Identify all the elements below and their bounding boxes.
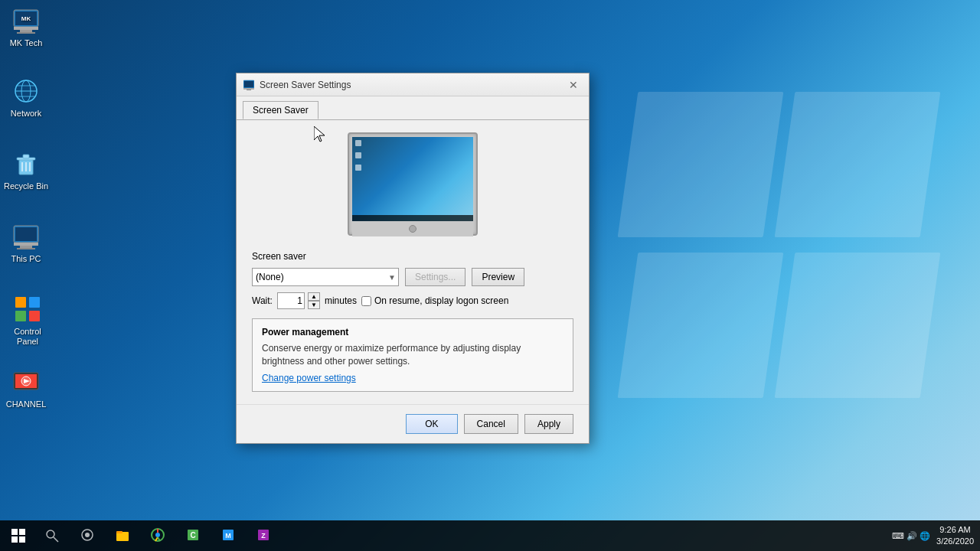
monitor-mini-taskbar (352, 215, 473, 221)
monitor-preview-container (252, 132, 573, 236)
svg-rect-33 (247, 90, 251, 90)
screen-saver-row: (None) 3D Text Blank Bubbles Mystify Pho… (252, 268, 573, 286)
wait-spinner: ▲ ▼ (308, 292, 320, 309)
cancel-button[interactable]: Cancel (464, 414, 518, 434)
screen-saver-section: Screen saver (None) 3D Text Blank Bubble… (252, 251, 573, 309)
dialog-close-button[interactable]: ✕ (564, 77, 583, 93)
tab-screen-saver[interactable]: Screen Saver (243, 101, 318, 119)
spinner-up-button[interactable]: ▲ (308, 292, 320, 301)
wait-label: Wait: (252, 295, 273, 306)
power-management-desc: Conserve energy or maximize performance … (262, 342, 564, 368)
dialog-tab-bar: Screen Saver (237, 96, 589, 120)
dialog-button-row: OK Cancel Apply (237, 404, 589, 443)
logon-checkbox[interactable] (361, 296, 371, 306)
power-management-section: Power management Conserve energy or maxi… (252, 318, 573, 392)
monitor-base (352, 221, 473, 236)
minutes-label: minutes (325, 295, 357, 306)
power-management-title: Power management (262, 327, 564, 337)
change-power-settings-link[interactable]: Change power settings (262, 373, 356, 383)
desktop: MK MK Tech Network (0, 0, 980, 551)
wait-input[interactable] (277, 292, 305, 309)
logon-checkbox-label[interactable]: On resume, display logon screen (361, 295, 508, 306)
monitor-screen (352, 137, 473, 221)
monitor-mini-icons (355, 140, 361, 171)
svg-rect-31 (244, 81, 253, 87)
screen-saver-dropdown-wrapper: (None) 3D Text Blank Bubbles Mystify Pho… (252, 268, 399, 286)
dialog-content: Screen saver (None) 3D Text Blank Bubble… (237, 120, 589, 404)
monitor-power-button (409, 225, 416, 233)
apply-button[interactable]: Apply (524, 414, 573, 434)
dialog-titlebar[interactable]: Screen Saver Settings ✕ (237, 73, 589, 96)
mini-icon-1 (355, 140, 361, 146)
spinner-down-button[interactable]: ▼ (308, 301, 320, 309)
svg-rect-32 (243, 88, 254, 90)
screen-saver-dialog: Screen Saver Settings ✕ Screen Saver (236, 73, 590, 444)
mini-icon-2 (355, 152, 361, 158)
screen-saver-dropdown[interactable]: (None) 3D Text Blank Bubbles Mystify Pho… (252, 268, 399, 286)
logon-label-text: On resume, display logon screen (374, 295, 508, 306)
preview-button[interactable]: Preview (472, 268, 524, 286)
dialog-title-icon (243, 79, 255, 91)
ok-button[interactable]: OK (406, 414, 457, 434)
settings-button[interactable]: Settings... (405, 268, 466, 286)
dialog-title-text: Screen Saver Settings (260, 80, 564, 90)
wait-row: Wait: ▲ ▼ minutes On resume, display log… (252, 292, 573, 309)
mini-icon-3 (355, 165, 361, 171)
screen-saver-label: Screen saver (252, 251, 573, 262)
dialog-overlay: Screen Saver Settings ✕ Screen Saver (0, 0, 980, 551)
monitor-preview (348, 132, 478, 236)
